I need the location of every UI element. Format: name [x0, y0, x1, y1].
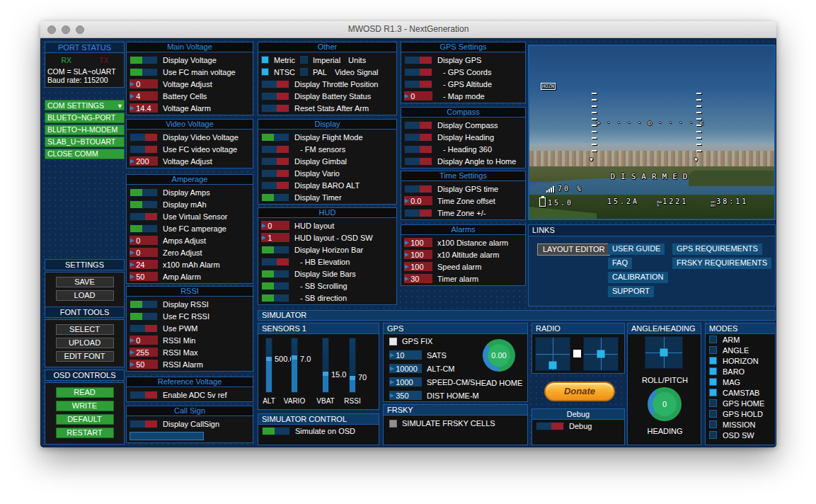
sensor-slider-vario[interactable]: 7.0VARIO: [291, 338, 298, 408]
settings-button[interactable]: LOAD: [56, 290, 114, 301]
font-tools-button[interactable]: EDIT FONT: [56, 351, 114, 362]
com-port-item[interactable]: CLOSE COMM: [45, 149, 125, 159]
roll-pitch-pad[interactable]: [645, 336, 683, 369]
toggle-off[interactable]: [261, 80, 289, 88]
osd-controls-button[interactable]: READ: [56, 387, 114, 398]
toggle-off[interactable]: [130, 324, 158, 333]
mode-checkbox-checked[interactable]: [709, 367, 717, 375]
number-field[interactable]: ▶0: [130, 79, 158, 88]
number-field[interactable]: ▶4: [130, 91, 158, 101]
link-button[interactable]: USER GUIDE: [608, 244, 665, 255]
toggle-off[interactable]: [261, 169, 289, 178]
checkbox-checked[interactable]: [261, 68, 269, 76]
toggle-on[interactable]: [130, 224, 158, 233]
callsign-input[interactable]: [130, 432, 204, 440]
toggle-off[interactable]: [404, 68, 432, 76]
number-field[interactable]: ▶0: [130, 236, 158, 245]
font-tools-button[interactable]: UPLOAD: [56, 338, 114, 348]
donate-button[interactable]: Donate: [544, 382, 615, 401]
link-button[interactable]: SUPPORT: [608, 286, 654, 297]
number-field[interactable]: ▶1: [261, 233, 289, 242]
toggle-on[interactable]: [261, 270, 289, 278]
number-field[interactable]: ▶14.4: [130, 103, 158, 113]
toggle-off[interactable]: [404, 133, 432, 142]
toggle-on[interactable]: [130, 300, 158, 309]
font-tools-button[interactable]: SELECT: [56, 324, 114, 335]
number-field[interactable]: ▶0: [261, 221, 289, 230]
layout-editor-button[interactable]: LAYOUT EDITOR: [537, 244, 610, 256]
checkbox-unchecked[interactable]: [300, 68, 308, 76]
com-port-item[interactable]: BLUETO~H-MODEM: [45, 125, 125, 135]
link-button[interactable]: CALIBRATION: [608, 272, 668, 283]
roll-pitch-handle[interactable]: [660, 349, 668, 357]
gps-number-field[interactable]: ▶1000: [389, 377, 422, 386]
toggle-off[interactable]: [404, 56, 432, 64]
number-field[interactable]: ▶0: [404, 91, 432, 101]
checkbox-unchecked[interactable]: [300, 56, 308, 64]
link-button[interactable]: GPS REQUIREMENTS: [672, 244, 762, 255]
toggle-off[interactable]: [404, 121, 432, 130]
debug-toggle[interactable]: [536, 422, 564, 430]
toggle-off[interactable]: [404, 157, 432, 166]
toggle-off[interactable]: [404, 185, 432, 193]
sensor-slider-vbat[interactable]: 15.0VBAT: [322, 338, 329, 408]
mode-checkbox-checked[interactable]: [709, 357, 717, 365]
head-home-dial[interactable]: 0.00: [483, 339, 515, 372]
number-field[interactable]: ▶50: [130, 272, 158, 281]
toggle-on[interactable]: [261, 294, 289, 302]
mode-checkbox-unchecked[interactable]: [709, 420, 717, 428]
toggle-off[interactable]: [130, 133, 158, 142]
toggle-off[interactable]: [130, 145, 158, 154]
toggle-on[interactable]: [130, 188, 158, 197]
number-field[interactable]: ▶255: [130, 348, 158, 357]
mode-checkbox-unchecked[interactable]: [709, 346, 717, 354]
number-field[interactable]: ▶200: [130, 156, 158, 166]
toggle-off[interactable]: [130, 212, 158, 221]
link-button[interactable]: FRSKY REQUIREMENTS: [672, 258, 771, 269]
mode-checkbox-checked[interactable]: [709, 389, 717, 396]
gps-number-field[interactable]: ▶10: [389, 350, 422, 360]
radio-stick-right[interactable]: [583, 337, 619, 371]
toggle-off[interactable]: [130, 391, 158, 399]
mode-checkbox-unchecked[interactable]: [709, 399, 717, 407]
number-field[interactable]: ▶50: [130, 360, 158, 369]
gps-number-field[interactable]: ▶10000: [389, 364, 422, 373]
gps-number-field[interactable]: ▶350: [389, 391, 422, 400]
radio-stick-right-handle[interactable]: [597, 350, 605, 358]
radio-aux-handle[interactable]: [573, 350, 581, 357]
simulate-on-osd-toggle[interactable]: [262, 427, 290, 435]
number-field[interactable]: ▶24: [130, 260, 158, 269]
toggle-off[interactable]: [404, 80, 432, 88]
sensor-slider-rssi[interactable]: 70RSSI: [349, 338, 356, 408]
toggle-on[interactable]: [261, 193, 289, 202]
mode-checkbox-unchecked[interactable]: [709, 431, 717, 439]
toggle-on[interactable]: [261, 246, 289, 254]
toggle-off[interactable]: [261, 145, 289, 154]
toggle-on[interactable]: [130, 68, 158, 76]
osd-controls-button[interactable]: RESTART: [56, 428, 114, 438]
toggle-on[interactable]: [261, 282, 289, 290]
com-port-item[interactable]: SLAB_U~BTOUART: [45, 137, 125, 147]
toggle-off[interactable]: [130, 420, 158, 428]
radio-stick-left[interactable]: [535, 337, 570, 371]
simulate-frsky-cells-checkbox[interactable]: [389, 420, 397, 428]
com-settings-dropdown[interactable]: COM SETTINGS ▾: [45, 100, 125, 110]
mode-checkbox-unchecked[interactable]: [709, 336, 717, 343]
toggle-off[interactable]: [404, 145, 432, 154]
number-field[interactable]: ▶100: [404, 262, 432, 271]
toggle-off[interactable]: [261, 181, 289, 190]
checkbox-checked[interactable]: [261, 56, 269, 64]
com-port-item[interactable]: BLUETO~NG-PORT: [45, 113, 125, 123]
sensor-slider-alt[interactable]: 500.0ALT: [265, 338, 272, 408]
radio-stick-left-handle[interactable]: [549, 362, 557, 370]
toggle-on[interactable]: [130, 200, 158, 209]
toggle-off[interactable]: [261, 104, 289, 113]
toggle-on[interactable]: [130, 56, 158, 64]
toggle-off[interactable]: [261, 157, 289, 166]
toggle-off[interactable]: [261, 92, 289, 101]
osd-controls-button[interactable]: WRITE: [56, 401, 114, 411]
number-field[interactable]: ▶100: [404, 250, 432, 259]
number-field[interactable]: ▶0: [130, 336, 158, 345]
toggle-on[interactable]: [130, 312, 158, 321]
gps-fix-checkbox[interactable]: [389, 338, 397, 345]
